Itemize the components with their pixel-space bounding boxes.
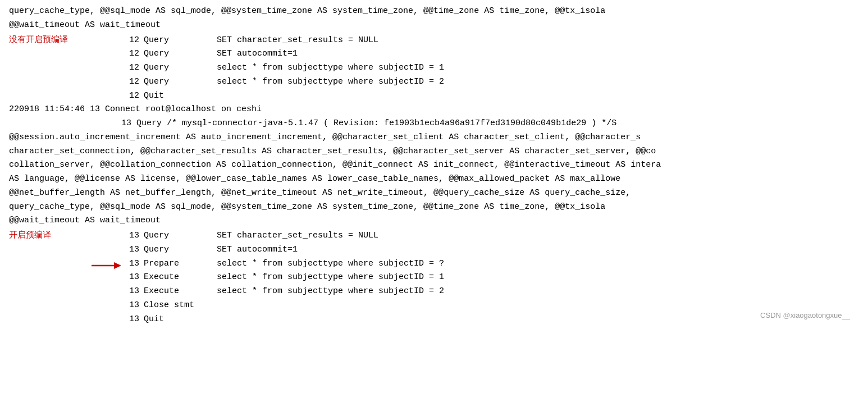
mid-line-3: @@session.auto_increment_increment AS au… (9, 131, 859, 145)
mid-line-5: collation_server, @@collation_connection… (9, 158, 859, 172)
main-content: query_cache_type, @@sql_mode AS sql_mode… (9, 4, 859, 326)
arrow-icon (90, 259, 121, 272)
section1-row-1: 没有开启预编译 12 Query SET character_set_resul… (9, 33, 859, 48)
section2-row-3: 13 Prepare select * from subjecttype whe… (9, 257, 859, 271)
section2-row-1: 开启预编译 13 Query SET character_set_results… (9, 228, 859, 243)
no-precompile-label: 没有开启预编译 (9, 34, 68, 44)
section2-row-2: 13 Query SET autocommit=1 (9, 243, 859, 257)
mid-line-4: character_set_connection, @@character_se… (9, 145, 859, 159)
mid-line-9: @@wait_timeout AS wait_timeout (9, 214, 859, 228)
mid-line-1: 220918 11:54:46 13 Connect root@localhos… (9, 103, 859, 117)
top-line-1: query_cache_type, @@sql_mode AS sql_mode… (9, 4, 859, 19)
section2-row-6: 13 Close stmt (9, 299, 859, 313)
section1-row-2: 12 Query SET autocommit=1 (9, 47, 859, 61)
section2-row-5: 13 Execute select * from subjecttype whe… (9, 285, 859, 299)
precompile-label: 开启预编译 (9, 230, 51, 239)
section1-row-3: 12 Query select * from subjecttype where… (9, 61, 859, 75)
section2-row-7: 13 Quit (9, 313, 859, 327)
section1-row-5: 12 Quit (9, 89, 859, 103)
watermark: CSDN @xiaogaotongxue__ (760, 310, 850, 322)
mid-line-2: 13 Query /* mysql-connector-java-5.1.47 … (9, 117, 859, 131)
mid-line-6: AS language, @@license AS license, @@low… (9, 172, 859, 186)
svg-marker-1 (114, 262, 121, 269)
top-line-2: @@wait_timeout AS wait_timeout (9, 19, 859, 33)
mid-line-7: @@net_buffer_length AS net_buffer_length… (9, 186, 859, 200)
section1-row-4: 12 Query select * from subjecttype where… (9, 75, 859, 89)
section2-row-4: 13 Execute select * from subjecttype whe… (9, 271, 859, 285)
mid-line-8: query_cache_type, @@sql_mode AS sql_mode… (9, 200, 859, 214)
